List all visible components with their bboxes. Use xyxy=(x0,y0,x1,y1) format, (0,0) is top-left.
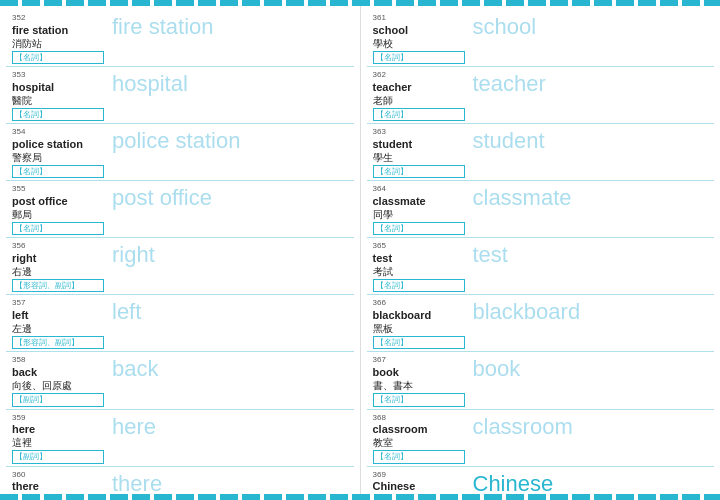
entry-display-area: school xyxy=(469,10,715,66)
entry-display-area: teacher xyxy=(469,67,715,123)
vocabulary-entry: 364classmate同學【名詞】classmate xyxy=(367,181,715,238)
entry-chinese-translation: 教室 xyxy=(373,436,465,449)
entry-info: 368classroom教室【名詞】 xyxy=(367,410,469,466)
entry-info: 353hospital醫院【名詞】 xyxy=(6,67,108,123)
entry-pos-tag: 【副詞】 xyxy=(12,393,104,406)
left-page: 352fire station消防站【名詞】fire station353hos… xyxy=(0,6,361,494)
entry-info: 360there那裡【副詞】 xyxy=(6,467,108,494)
entry-display-text: there xyxy=(112,471,162,494)
entry-chinese-translation: 左邊 xyxy=(12,322,104,335)
entry-pos-tag: 【名詞】 xyxy=(373,279,465,292)
entry-display-area: classroom xyxy=(469,410,715,466)
entry-chinese-translation: 考試 xyxy=(373,265,465,278)
entry-display-area: blackboard xyxy=(469,295,715,351)
entry-english-word: back xyxy=(12,365,104,379)
entry-display-text: back xyxy=(112,356,158,382)
entry-english-word: classroom xyxy=(373,422,465,436)
right-page: 361school學校【名詞】school362teacher老師【名詞】tea… xyxy=(361,6,721,494)
entry-chinese-translation: 學校 xyxy=(373,37,465,50)
vocabulary-entry: 354police station警察局【名詞】police station xyxy=(6,124,354,181)
entry-number: 368 xyxy=(373,413,465,423)
entry-number: 361 xyxy=(373,13,465,23)
entry-info: 359here這裡【副詞】 xyxy=(6,410,108,466)
vocabulary-entry: 359here這裡【副詞】here xyxy=(6,410,354,467)
vocabulary-entry: 358back向後、回原處【副詞】back xyxy=(6,352,354,409)
entry-english-word: left xyxy=(12,308,104,322)
entry-pos-tag: 【名詞】 xyxy=(12,165,104,178)
entry-pos-tag: 【形容詞、副詞】 xyxy=(12,279,104,292)
entry-display-area: book xyxy=(469,352,715,408)
entry-display-text: book xyxy=(473,356,521,382)
entry-display-area: hospital xyxy=(108,67,354,123)
entry-display-text: right xyxy=(112,242,155,268)
entry-pos-tag: 【名詞】 xyxy=(373,336,465,349)
entry-english-word: student xyxy=(373,137,465,151)
entry-display-text: classroom xyxy=(473,414,573,440)
entry-number: 364 xyxy=(373,184,465,194)
entry-english-word: classmate xyxy=(373,194,465,208)
entry-pos-tag: 【名詞】 xyxy=(12,108,104,121)
entry-info: 354police station警察局【名詞】 xyxy=(6,124,108,180)
entry-info: 358back向後、回原處【副詞】 xyxy=(6,352,108,408)
entry-english-word: blackboard xyxy=(373,308,465,322)
entry-display-area: police station xyxy=(108,124,354,180)
entry-display-area: here xyxy=(108,410,354,466)
entry-display-text: here xyxy=(112,414,156,440)
entry-english-word: teacher xyxy=(373,80,465,94)
left-entries-container: 352fire station消防站【名詞】fire station353hos… xyxy=(6,10,354,494)
entry-display-area: left xyxy=(108,295,354,351)
entry-display-text: fire station xyxy=(112,14,214,40)
entry-info: 367book書、書本【名詞】 xyxy=(367,352,469,408)
entry-display-area: post office xyxy=(108,181,354,237)
entry-english-word: book xyxy=(373,365,465,379)
entry-chinese-translation: 醫院 xyxy=(12,94,104,107)
entry-display-area: student xyxy=(469,124,715,180)
entry-pos-tag: 【名詞】 xyxy=(373,222,465,235)
entry-english-word: Chinese xyxy=(373,479,465,493)
entry-pos-tag: 【形容詞、副詞】 xyxy=(12,336,104,349)
entry-display-area: back xyxy=(108,352,354,408)
entry-english-word: fire station xyxy=(12,23,104,37)
entry-chinese-translation: 消防站 xyxy=(12,37,104,50)
entry-display-area: fire station xyxy=(108,10,354,66)
entry-info: 365test考試【名詞】 xyxy=(367,238,469,294)
vocabulary-entry: 355post office郵局【名詞】post office xyxy=(6,181,354,238)
entry-display-area: test xyxy=(469,238,715,294)
entry-info: 366blackboard黑板【名詞】 xyxy=(367,295,469,351)
vocabulary-entry: 361school學校【名詞】school xyxy=(367,10,715,67)
content-area: 352fire station消防站【名詞】fire station353hos… xyxy=(0,6,720,494)
entry-number: 359 xyxy=(12,413,104,423)
entry-pos-tag: 【名詞】 xyxy=(373,450,465,463)
entry-english-word: right xyxy=(12,251,104,265)
entry-info: 369Chinese中文【名詞】 xyxy=(367,467,469,494)
right-entries-container: 361school學校【名詞】school362teacher老師【名詞】tea… xyxy=(367,10,715,494)
entry-chinese-translation: 右邊 xyxy=(12,265,104,278)
bottom-border xyxy=(0,494,720,500)
entry-display-text: school xyxy=(473,14,537,40)
entry-display-area: right xyxy=(108,238,354,294)
entry-number: 360 xyxy=(12,470,104,480)
entry-pos-tag: 【名詞】 xyxy=(373,165,465,178)
vocabulary-entry: 362teacher老師【名詞】teacher xyxy=(367,67,715,124)
entry-display-text: blackboard xyxy=(473,299,581,325)
entry-display-text: police station xyxy=(112,128,240,154)
entry-english-word: post office xyxy=(12,194,104,208)
entry-pos-tag: 【名詞】 xyxy=(373,393,465,406)
entry-number: 353 xyxy=(12,70,104,80)
entry-number: 362 xyxy=(373,70,465,80)
vocabulary-entry: 368classroom教室【名詞】classroom xyxy=(367,410,715,467)
entry-number: 363 xyxy=(373,127,465,137)
entry-display-area: there xyxy=(108,467,354,494)
entry-chinese-translation: 這裡 xyxy=(12,436,104,449)
entry-info: 357left左邊【形容詞、副詞】 xyxy=(6,295,108,351)
entry-pos-tag: 【副詞】 xyxy=(12,450,104,463)
entry-display-text: teacher xyxy=(473,71,546,97)
entry-chinese-translation: 向後、回原處 xyxy=(12,379,104,392)
entry-number: 366 xyxy=(373,298,465,308)
vocabulary-entry: 360there那裡【副詞】there xyxy=(6,467,354,494)
vocabulary-entry: 365test考試【名詞】test xyxy=(367,238,715,295)
entry-number: 355 xyxy=(12,184,104,194)
vocabulary-entry: 369Chinese中文【名詞】Chinese xyxy=(367,467,715,494)
entry-info: 363student學生【名詞】 xyxy=(367,124,469,180)
vocabulary-entry: 353hospital醫院【名詞】hospital xyxy=(6,67,354,124)
